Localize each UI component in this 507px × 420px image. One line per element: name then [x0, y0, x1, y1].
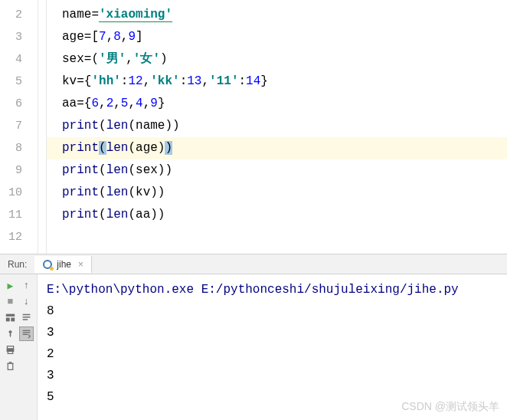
svg-rect-3: [7, 346, 13, 349]
scroll-down-button[interactable]: ↓: [19, 294, 34, 309]
svg-rect-2: [11, 318, 15, 322]
line-number: 8: [0, 137, 38, 159]
spacer: [19, 343, 34, 357]
editor-area: 2 3 4 5 6 7 8 9 10 11 12 name='xiaoming'…: [0, 0, 507, 254]
line-number: 7: [0, 115, 38, 137]
pin-button[interactable]: [3, 326, 18, 341]
output-command: E:\python\python.exe E:/pythonceshi/shuj…: [47, 279, 498, 300]
run-tab[interactable]: jihe ×: [34, 256, 92, 273]
console-output[interactable]: E:\python\python.exe E:/pythonceshi/shuj…: [37, 274, 507, 420]
code-line-10[interactable]: print(len(kv)): [47, 182, 507, 204]
code-line-9[interactable]: print(len(sex)): [47, 159, 507, 182]
scroll-to-end-button[interactable]: [19, 326, 34, 341]
scroll-up-button[interactable]: ↑: [19, 278, 34, 293]
line-number: 11: [0, 204, 38, 226]
svg-rect-1: [6, 318, 10, 322]
code-line-3[interactable]: age=[7,8,9]: [47, 26, 507, 48]
output-line: 3: [47, 365, 498, 386]
rerun-button[interactable]: ▶: [3, 278, 18, 293]
python-file-icon: [42, 259, 53, 270]
svg-rect-6: [8, 363, 13, 369]
svg-rect-0: [6, 314, 15, 317]
code-line-7[interactable]: print(len(name)): [47, 115, 507, 137]
soft-wrap-button[interactable]: [19, 310, 34, 325]
run-label: Run:: [0, 259, 34, 270]
svg-rect-5: [8, 351, 13, 353]
stop-button[interactable]: ■: [3, 294, 18, 309]
code-line-4[interactable]: sex=('男','女'): [47, 48, 507, 71]
print-button[interactable]: [3, 343, 18, 357]
output-line: 5: [47, 386, 498, 408]
close-icon[interactable]: ×: [78, 259, 83, 270]
code-line-11[interactable]: print(len(aa)): [47, 204, 507, 226]
layout-button[interactable]: [3, 310, 18, 325]
tab-title: jihe: [57, 259, 71, 270]
gutter: 2 3 4 5 6 7 8 9 10 11 12: [0, 0, 38, 254]
code-line-2[interactable]: name='xiaoming': [47, 4, 507, 26]
line-number: 3: [0, 26, 38, 48]
line-number: 6: [0, 93, 38, 115]
line-number: 12: [0, 226, 38, 248]
line-number: 4: [0, 48, 38, 71]
line-number: 5: [0, 71, 38, 93]
output-line: 3: [47, 322, 498, 343]
output-line: 2: [47, 343, 498, 365]
run-header: Run: jihe ×: [0, 254, 507, 274]
trash-button[interactable]: [3, 359, 18, 373]
code-area[interactable]: name='xiaoming' age=[7,8,9] sex=('男','女'…: [46, 0, 507, 254]
line-number: 10: [0, 182, 38, 204]
line-number: 2: [0, 4, 38, 26]
code-line-8[interactable]: print(len(age)): [47, 137, 507, 159]
line-number: 9: [0, 159, 38, 182]
output-line: 8: [47, 300, 498, 322]
run-toolbar: ▶ ↑ ■ ↓: [0, 274, 37, 420]
code-line-6[interactable]: aa={6,2,5,4,9}: [47, 93, 507, 115]
run-panel: Run: jihe × ▶ ↑ ■ ↓: [0, 254, 507, 420]
code-line-5[interactable]: kv={'hh':12,'kk':13,'11':14}: [47, 71, 507, 93]
